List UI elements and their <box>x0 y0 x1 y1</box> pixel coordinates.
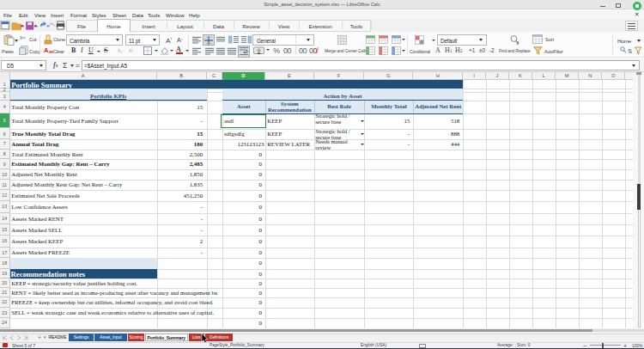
svg-text:⇅: ⇅ <box>628 48 633 54</box>
svg-text:d: d <box>517 41 519 46</box>
